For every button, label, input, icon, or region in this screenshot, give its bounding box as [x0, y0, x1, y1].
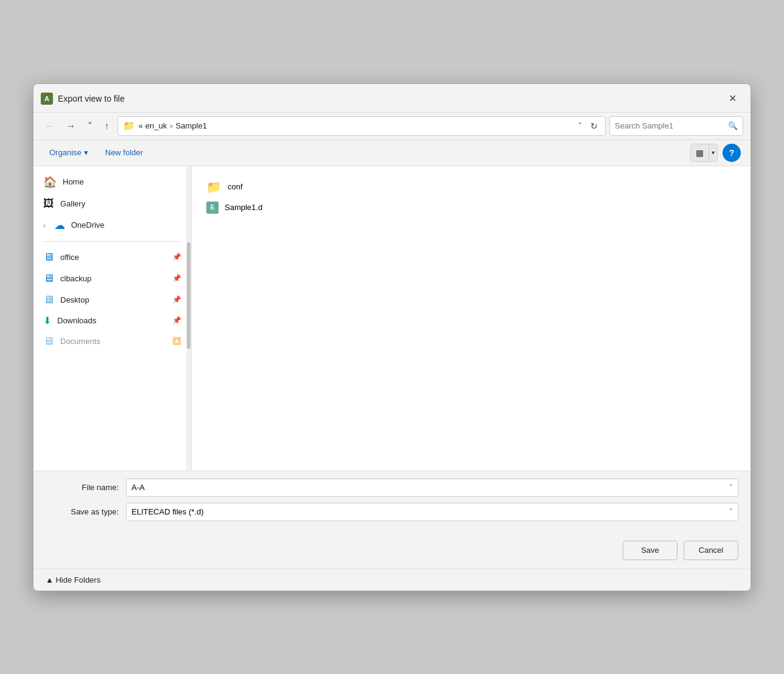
documents-pin-icon: 🔼	[172, 337, 181, 345]
dropdown-history-button[interactable]: ˅	[83, 118, 97, 135]
sidebar-scrollbar-track[interactable]	[186, 166, 191, 471]
export-dialog: A Export view to file ✕ ← → ˅ ↑ 📁 « en_u…	[33, 83, 751, 591]
path-folder[interactable]: en_uk	[145, 121, 167, 130]
sidebar-item-office[interactable]: 🖥 office 📌	[33, 247, 191, 268]
refresh-button[interactable]: ↻	[588, 121, 600, 131]
address-path: « en_uk > Sample1	[139, 121, 573, 130]
organise-arrow-icon: ▾	[84, 148, 88, 157]
downloads-pin-icon: 📌	[172, 316, 181, 325]
sidebar-item-label-home: Home	[63, 177, 84, 186]
view-dropdown-icon[interactable]: ▾	[709, 144, 717, 161]
sidebar-item-label-documents: Documents	[60, 337, 100, 346]
sidebar-item-label-downloads: Downloads	[57, 316, 96, 325]
search-box[interactable]: 🔍	[609, 116, 743, 136]
address-folder-icon: 📁	[123, 120, 135, 132]
file-name-input[interactable]	[131, 483, 729, 492]
path-subfolder[interactable]: Sample1	[176, 121, 207, 130]
sample1d-label: Sample1.d	[225, 203, 262, 212]
address-dropdown-button[interactable]: ˅	[576, 122, 584, 130]
save-button[interactable]: Save	[623, 541, 677, 560]
sidebar-item-label-office: office	[60, 253, 79, 262]
file-item-conf[interactable]: 📁 conf	[201, 176, 741, 198]
sidebar-item-clbackup[interactable]: 🖥 clbackup 📌	[33, 268, 191, 289]
sidebar-item-gallery[interactable]: 🖼 Gallery	[33, 193, 191, 214]
up-button[interactable]: ↑	[100, 118, 114, 134]
hide-folders-row: ▲ Hide Folders	[33, 569, 751, 591]
sample1d-file-icon: E	[206, 202, 219, 214]
sidebar-item-onedrive[interactable]: › ☁ OneDrive	[33, 214, 191, 236]
file-type-row: Save as type: ELITECAD files (*.d) ˅	[46, 503, 738, 521]
view-button[interactable]: ▦ ▾	[690, 144, 718, 162]
clbackup-pin-icon: 📌	[172, 274, 181, 283]
file-name-dropdown-icon[interactable]: ˅	[729, 483, 733, 491]
address-bar[interactable]: 📁 « en_uk > Sample1 ˅ ↻	[117, 116, 606, 136]
organise-button[interactable]: Organise ▾	[43, 146, 94, 160]
hide-folders-button[interactable]: ▲ Hide Folders	[46, 575, 100, 584]
path-separator: >	[169, 122, 173, 130]
file-type-dropdown-icon: ˅	[729, 508, 733, 516]
home-icon: 🏠	[43, 175, 57, 189]
file-name-field[interactable]: ˅	[126, 479, 738, 497]
sidebar-item-home[interactable]: 🏠 Home	[33, 171, 191, 193]
toolbar: Organise ▾ New folder ▦ ▾ ?	[33, 140, 751, 166]
nav-bar: ← → ˅ ↑ 📁 « en_uk > Sample1 ˅ ↻ 🔍	[33, 113, 751, 140]
app-icon: A	[41, 93, 53, 105]
sidebar-item-documents[interactable]: 🖥 Documents 🔼	[33, 331, 191, 352]
close-button[interactable]: ✕	[724, 90, 741, 107]
sidebar-item-downloads[interactable]: ⬇ Downloads 📌	[33, 311, 191, 331]
file-item-sample1d[interactable]: E Sample1.d	[201, 198, 741, 217]
file-list: 📁 conf E Sample1.d	[192, 166, 751, 471]
forward-button[interactable]: →	[62, 118, 80, 134]
view-icon: ▦	[691, 144, 709, 161]
main-content: 🏠 Home 🖼 Gallery › ☁ OneDrive 🖥 office 📌…	[33, 166, 751, 471]
documents-icon: 🖥	[43, 335, 54, 348]
desktop-pin-icon: 📌	[172, 295, 181, 304]
office-icon: 🖥	[43, 251, 54, 264]
new-folder-label: New folder	[105, 148, 143, 157]
conf-folder-icon: 📁	[206, 180, 222, 194]
file-type-dropdown[interactable]: ELITECAD files (*.d) ˅	[126, 503, 738, 521]
path-prefix: «	[139, 121, 143, 130]
file-type-value: ELITECAD files (*.d)	[131, 507, 203, 516]
sidebar-item-label-gallery: Gallery	[60, 199, 85, 208]
desktop-icon: 🖥	[43, 293, 54, 306]
sidebar-item-label-onedrive: OneDrive	[71, 220, 105, 230]
title-bar-left: A Export view to file	[41, 93, 125, 105]
sidebar-item-desktop[interactable]: 🖥 Desktop 📌	[33, 289, 191, 311]
search-input[interactable]	[615, 121, 724, 130]
hide-folders-label: ▲ Hide Folders	[46, 575, 100, 584]
back-button[interactable]: ←	[41, 118, 58, 134]
office-pin-icon: 📌	[172, 253, 181, 261]
title-bar: A Export view to file ✕	[33, 84, 751, 113]
search-icon: 🔍	[728, 121, 738, 130]
sidebar: 🏠 Home 🖼 Gallery › ☁ OneDrive 🖥 office 📌…	[33, 166, 192, 471]
file-name-label: File name:	[46, 483, 119, 492]
help-button[interactable]: ?	[723, 144, 741, 162]
sidebar-scrollbar-thumb	[187, 242, 191, 349]
sidebar-divider	[43, 241, 181, 242]
dialog-title: Export view to file	[58, 94, 125, 104]
button-area: Save Cancel	[33, 535, 751, 569]
organise-label: Organise	[49, 148, 82, 157]
gallery-icon: 🖼	[43, 197, 54, 210]
conf-label: conf	[228, 182, 243, 191]
downloads-icon: ⬇	[43, 315, 51, 326]
clbackup-icon: 🖥	[43, 272, 54, 285]
file-name-row: File name: ˅	[46, 479, 738, 497]
sidebar-item-label-clbackup: clbackup	[60, 274, 91, 283]
onedrive-expand-icon: ›	[43, 222, 46, 229]
new-folder-button[interactable]: New folder	[99, 146, 149, 160]
onedrive-icon: ☁	[54, 219, 65, 232]
file-type-label: Save as type:	[46, 507, 119, 516]
cancel-button[interactable]: Cancel	[684, 541, 738, 560]
sidebar-item-label-desktop: Desktop	[60, 295, 89, 304]
bottom-form-area: File name: ˅ Save as type: ELITECAD file…	[33, 471, 751, 535]
